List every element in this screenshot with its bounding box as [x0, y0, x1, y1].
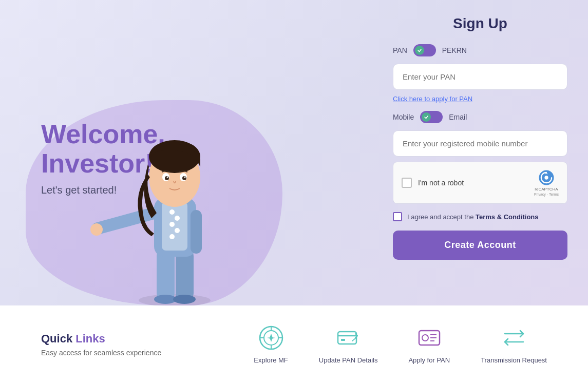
hero-area: Welcome, Investor! Let's get started! [0, 0, 372, 305]
terms-text: I agree and accept the Terms & Condition… [407, 213, 539, 221]
toggle-knob-mobile [422, 112, 431, 122]
svg-rect-6 [162, 202, 187, 251]
id-card-icon [416, 324, 443, 351]
toggle-knob [415, 46, 424, 55]
svg-point-13 [90, 223, 103, 236]
quick-link-transmission[interactable]: Transmission Request [481, 324, 547, 364]
svg-point-23 [184, 177, 186, 178]
svg-point-9 [169, 222, 175, 227]
quick-link-apply-pan[interactable]: Apply for PAN [408, 324, 450, 364]
top-section: Welcome, Investor! Let's get started! [0, 0, 588, 305]
character-illustration [82, 110, 267, 305]
captcha-right: reCAPTCHA Privacy - Terms [534, 169, 559, 196]
svg-point-4 [173, 295, 196, 304]
svg-point-8 [175, 216, 180, 221]
update-pan-label: Update PAN Details [319, 356, 378, 364]
quick-links-subtitle: Easy access for seamless experience [41, 349, 185, 357]
svg-point-11 [169, 234, 175, 239]
svg-point-22 [167, 177, 168, 178]
mobile-toggle-right-label: Email [449, 113, 467, 121]
terms-link[interactable]: Terms & Conditions [476, 213, 539, 221]
mobile-email-toggle[interactable] [420, 111, 443, 123]
mobile-input[interactable] [393, 130, 567, 157]
quick-links-title: Quick Links [41, 332, 185, 346]
compass-icon [258, 324, 284, 351]
pan-toggle-right-label: PEKRN [442, 46, 467, 54]
quick-link-update-pan[interactable]: Update PAN Details [319, 324, 378, 364]
svg-rect-34 [338, 332, 356, 344]
bottom-section: Quick Links Easy access for seamless exp… [0, 305, 588, 383]
pan-pekrn-toggle[interactable] [413, 44, 436, 56]
captcha-links: Privacy - Terms [534, 193, 559, 196]
terms-row: I agree and accept the Terms & Condition… [393, 212, 567, 221]
mobile-toggle-left-label: Mobile [393, 113, 414, 121]
pan-toggle-row: PAN PEKRN [393, 44, 567, 56]
captcha-brand: reCAPTCHA [535, 187, 558, 192]
svg-marker-33 [267, 336, 275, 339]
create-account-button[interactable]: Create Account [393, 231, 567, 260]
quick-link-explore-mf[interactable]: Explore MF [254, 324, 288, 364]
form-title: Sign Up [453, 15, 507, 32]
transmission-label: Transmission Request [481, 356, 547, 364]
form-area: Sign Up PAN PEKRN Click here to apply fo… [372, 0, 588, 305]
quick-links-icons: Explore MF Update PAN Details [254, 324, 547, 364]
mobile-toggle-row: Mobile Email [393, 111, 567, 123]
pan-input[interactable] [393, 64, 567, 90]
captcha-left: I'm not a robot [402, 178, 464, 188]
captcha-checkbox[interactable] [402, 178, 412, 188]
svg-point-25 [544, 176, 548, 179]
svg-point-10 [175, 228, 180, 233]
terms-checkbox[interactable] [393, 212, 402, 221]
quick-links-info: Quick Links Easy access for seamless exp… [41, 332, 185, 357]
captcha-label: I'm not a robot [418, 179, 464, 187]
svg-rect-36 [341, 339, 345, 341]
svg-point-38 [422, 335, 428, 341]
apply-pan-label: Apply for PAN [408, 356, 450, 364]
transfer-icon [501, 324, 527, 351]
svg-point-7 [169, 209, 175, 215]
explore-mf-label: Explore MF [254, 356, 288, 364]
captcha-box[interactable]: I'm not a robot reCAPTCHA Privacy - Term… [393, 162, 567, 204]
apply-pan-link[interactable]: Click here to apply for PAN [393, 95, 472, 103]
card-update-icon [335, 324, 362, 351]
pan-toggle-left-label: PAN [393, 46, 407, 54]
